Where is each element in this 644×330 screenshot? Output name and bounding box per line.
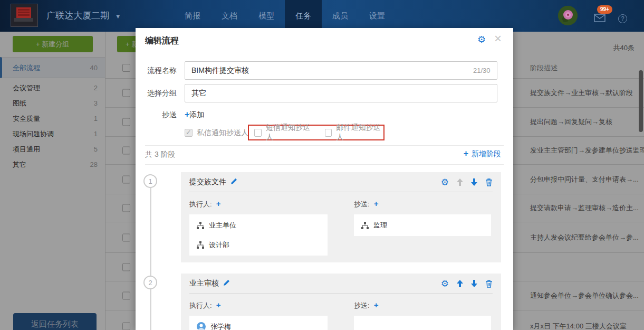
sms-checkbox[interactable] bbox=[254, 129, 262, 137]
email-label: 邮件通知抄送人 bbox=[336, 123, 383, 142]
add-label: 添加 bbox=[189, 110, 204, 119]
edit-pencil-icon[interactable] bbox=[223, 279, 230, 288]
executor-name: 张学梅 bbox=[210, 322, 231, 330]
add-cc-link[interactable]: +添加 bbox=[185, 110, 204, 120]
tab-documents[interactable]: 文档 bbox=[211, 0, 248, 32]
private-msg-checkbox[interactable] bbox=[185, 129, 193, 137]
person-icon bbox=[197, 322, 206, 330]
stage-settings-gear-icon[interactable]: ⚙ bbox=[441, 178, 449, 187]
process-name-label: 流程名称 bbox=[136, 66, 177, 76]
cc-name: 监理 bbox=[373, 221, 387, 230]
org-icon bbox=[361, 222, 369, 229]
project-name: 广联达大厦二期 bbox=[46, 11, 109, 21]
tab-members[interactable]: 成员 bbox=[322, 0, 359, 32]
divider bbox=[145, 145, 504, 146]
executor-box: 业主单位 设计部 bbox=[189, 214, 328, 256]
flower-photo bbox=[558, 6, 578, 25]
modal-settings-gear-icon[interactable]: ⚙ bbox=[477, 34, 486, 45]
chevron-down-icon: ▼ bbox=[115, 13, 121, 20]
group-select-label: 选择分组 bbox=[136, 89, 177, 98]
stage-count-text: 共 3 阶段 bbox=[145, 150, 176, 159]
add-executor-icon[interactable]: + bbox=[214, 300, 221, 309]
stage-title: 业主审核 bbox=[189, 279, 219, 288]
stage-title: 提交族文件 bbox=[189, 177, 226, 187]
project-switcher[interactable]: 广联达大厦二期 ▼ bbox=[46, 10, 121, 22]
executor-label: 执行人: + bbox=[189, 300, 328, 310]
delete-trash-icon[interactable] bbox=[485, 178, 493, 186]
executor-item[interactable]: 张学梅 bbox=[189, 317, 328, 330]
cc-item[interactable]: 监理 bbox=[354, 215, 491, 235]
tab-settings[interactable]: 设置 bbox=[359, 0, 396, 32]
edit-process-modal: 编辑流程 ⚙ × 流程名称 21/30 选择分组 抄送 +添加 私信通知抄送人 … bbox=[136, 28, 513, 330]
stage-connector-line bbox=[150, 186, 151, 277]
executor-item[interactable]: 业主单位 bbox=[189, 215, 328, 235]
add-cc-icon[interactable]: + bbox=[372, 300, 379, 309]
modal-title: 编辑流程 bbox=[145, 35, 179, 46]
char-counter: 21/30 bbox=[473, 67, 491, 74]
stage-2-card: 业主审核 ⚙ 执行人: + bbox=[181, 274, 501, 330]
unread-badge: 99+ bbox=[597, 5, 612, 14]
stage-1-body: 执行人: + 业主单位 设计部 抄送: + bbox=[181, 192, 501, 264]
stage-2-header: 业主审核 ⚙ bbox=[181, 274, 501, 293]
stage-2-number: 2 bbox=[143, 276, 157, 289]
org-icon bbox=[197, 222, 204, 229]
tab-tasks[interactable]: 任务 bbox=[285, 0, 322, 32]
annotation-red-box: 短信通知抄送人 邮件通知抄送人 bbox=[248, 125, 385, 140]
notify-private-option[interactable]: 私信通知抄送人 bbox=[185, 126, 248, 140]
stage-2-body: 执行人: + 张学梅 抄送: + bbox=[181, 294, 501, 330]
divider bbox=[145, 164, 504, 165]
stage-1-header: 提交族文件 ⚙ bbox=[181, 172, 501, 192]
executor-box: 张学梅 bbox=[189, 316, 328, 330]
stage-connector-line bbox=[150, 288, 151, 330]
stage-settings-gear-icon[interactable]: ⚙ bbox=[441, 279, 449, 288]
executor-name: 设计部 bbox=[209, 240, 229, 250]
stage-1-number: 1 bbox=[143, 174, 157, 188]
private-msg-label: 私信通知抄送人 bbox=[197, 128, 248, 138]
top-navbar: 广联达大厦二期 ▼ 简报 文档 模型 任务 成员 设置 99+ ? bbox=[0, 0, 644, 32]
user-avatar[interactable] bbox=[558, 6, 578, 25]
email-checkbox[interactable] bbox=[325, 129, 332, 137]
help-icon[interactable]: ? bbox=[618, 14, 627, 23]
executor-name: 业主单位 bbox=[209, 221, 236, 230]
delete-trash-icon[interactable] bbox=[485, 280, 493, 288]
project-logo[interactable] bbox=[11, 4, 38, 27]
move-up-icon[interactable] bbox=[457, 178, 463, 186]
plus-icon: + bbox=[464, 149, 468, 158]
cc-label: 抄送 bbox=[136, 110, 177, 120]
building-image bbox=[11, 4, 37, 26]
cc-col-label: 抄送: + bbox=[354, 199, 491, 209]
plus-icon: + bbox=[185, 110, 189, 119]
edit-pencil-icon[interactable] bbox=[230, 177, 237, 187]
messages-icon[interactable] bbox=[594, 14, 605, 24]
move-up-icon[interactable] bbox=[457, 280, 463, 287]
add-stage-link[interactable]: +新增阶段 bbox=[464, 149, 501, 159]
add-stage-label: 新增阶段 bbox=[472, 149, 501, 158]
executor-label: 执行人: + bbox=[189, 199, 328, 209]
tab-models[interactable]: 模型 bbox=[248, 0, 285, 32]
cc-box bbox=[354, 316, 491, 330]
group-select-input[interactable] bbox=[185, 84, 497, 102]
stage-1-card: 提交族文件 ⚙ 执行人: + bbox=[181, 172, 501, 262]
nav-tabs: 简报 文档 模型 任务 成员 设置 bbox=[174, 0, 396, 32]
add-cc-icon[interactable]: + bbox=[372, 199, 379, 208]
process-name-input[interactable] bbox=[185, 61, 497, 80]
tab-briefing[interactable]: 简报 bbox=[174, 0, 211, 32]
move-down-icon[interactable] bbox=[471, 280, 477, 287]
modal-close-icon[interactable]: × bbox=[494, 32, 502, 45]
add-executor-icon[interactable]: + bbox=[214, 199, 221, 208]
sms-label: 短信通知抄送人 bbox=[266, 123, 313, 142]
executor-item[interactable]: 设计部 bbox=[189, 235, 328, 254]
org-icon bbox=[197, 241, 204, 249]
cc-box: 监理 bbox=[354, 214, 491, 236]
move-down-icon[interactable] bbox=[471, 178, 477, 186]
cc-col-label: 抄送: + bbox=[354, 300, 491, 310]
